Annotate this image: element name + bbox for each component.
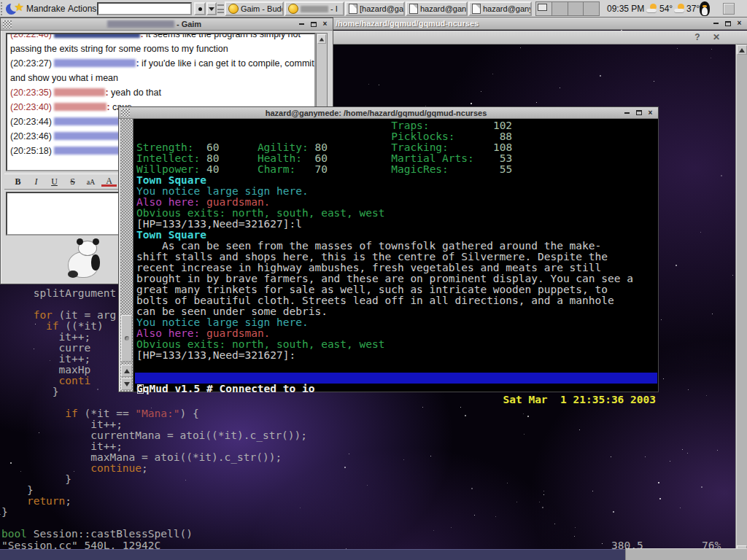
- terminal-text-line: [HP=133/133,Need=321627]:l: [136, 219, 633, 230]
- terminal-text-line: Also here: guardsman.: [136, 197, 633, 208]
- message-timestamp: (20:23:27): [10, 58, 54, 69]
- terminal-text-line: You notice large sign here.: [136, 186, 633, 197]
- terminal-scrollbar[interactable]: [120, 119, 133, 392]
- terminal-text-line: }: [1, 507, 307, 518]
- message-text: and show you what i mean: [10, 73, 118, 83]
- blurred-sender-name: [54, 103, 107, 111]
- terminal-text-line: continue;: [1, 463, 307, 474]
- scroll-up-icon[interactable]: [121, 365, 132, 377]
- terminal-text-line: Intellect: 80 Health: 60 Martial Arts: 5…: [136, 153, 633, 164]
- terminal-text-line: Picklocks: 88: [136, 131, 633, 142]
- gaim-close-button[interactable]: ×: [320, 20, 330, 28]
- terminal-text-line: bolts of beautiful cloth. Streets lead o…: [136, 295, 633, 306]
- terminal-text-line: Town Square: [136, 175, 633, 186]
- taskbar-button[interactable]: hazard@gany: [406, 1, 468, 16]
- format-bold-button[interactable]: B: [10, 175, 26, 188]
- bottom-panel-strip: [0, 549, 625, 560]
- format-color-button[interactable]: A: [101, 176, 117, 187]
- workspace-3[interactable]: [568, 2, 584, 15]
- gaim-minimize-button[interactable]: [297, 20, 306, 28]
- panel-clock[interactable]: 09:35 PM: [607, 4, 644, 14]
- scroll-down-icon[interactable]: [121, 378, 132, 390]
- message-timestamp: (20:23:44): [10, 117, 54, 127]
- editor-maximize-button[interactable]: [723, 19, 732, 28]
- editor-bottom-scroll-area[interactable]: [625, 548, 747, 560]
- terminal-text-line: it++;: [1, 441, 307, 452]
- terminal-titlebar[interactable]: hazard@ganymede: /home/hazard/gqmud/gqmu…: [119, 107, 658, 119]
- help-icon[interactable]: ?: [692, 32, 703, 43]
- menu-mandrake[interactable]: Mandrake: [26, 4, 65, 14]
- taskbar-button[interactable]: hazard@gany: [468, 1, 532, 16]
- gaim-titlebar[interactable]: - Gaim ×: [1, 18, 333, 31]
- chat-message: (20:23:35) : yeah do that: [10, 85, 311, 100]
- panel-grip[interactable]: [0, 1, 4, 16]
- editor-scrollbar[interactable]: [735, 44, 747, 556]
- terminal-text-line: Strength: 60 Agility: 80 Tracking: 108: [136, 142, 633, 153]
- task-label: hazard@gany: [483, 4, 532, 13]
- terminal-text-line: [HP=133/133,Need=321627]:: [136, 350, 633, 361]
- workspace-pager[interactable]: [535, 1, 600, 16]
- menu-actions[interactable]: Actions: [68, 4, 96, 14]
- terminal-text-line: currentMana = atoi((*it).c_str());: [1, 430, 307, 441]
- history-dropdown-button[interactable]: [206, 2, 217, 15]
- window-grip-icon: [121, 109, 130, 117]
- editor-close-button[interactable]: ×: [735, 19, 744, 28]
- tray-applet-icon[interactable]: [723, 3, 735, 15]
- taskbar-button[interactable]: - I: [285, 1, 344, 16]
- taskbar-button[interactable]: Gaim - Buddy: [225, 1, 284, 16]
- terminal-minimize-button[interactable]: [622, 109, 632, 117]
- terminal-maximize-button[interactable]: [634, 109, 643, 117]
- weather-icon[interactable]: [674, 4, 686, 13]
- scroll-up-icon[interactable]: [737, 45, 747, 55]
- tux-penguin-icon[interactable]: [698, 1, 711, 17]
- terminal-text-line: As can be seen from the masses of townsf…: [136, 241, 633, 252]
- gaim-icon: [288, 4, 298, 14]
- task-label: [hazard@gan: [360, 4, 405, 13]
- buddy-icon-panda: [66, 240, 101, 279]
- tasklist-icon[interactable]: [217, 4, 224, 13]
- editor-minimize-button[interactable]: [711, 19, 721, 28]
- workspace-1[interactable]: [536, 2, 552, 15]
- chat-message: (20:23:27) : if you'de like i can get it…: [10, 56, 311, 71]
- workspace-2[interactable]: [552, 2, 568, 15]
- terminal-text-line: You notice large sign here.: [136, 317, 633, 328]
- workspace-4[interactable]: [584, 2, 599, 15]
- window-icon: [472, 4, 481, 14]
- format-italic-button[interactable]: I: [28, 175, 44, 188]
- scroll-up-icon[interactable]: [317, 34, 326, 44]
- format-strike-button[interactable]: S: [65, 175, 80, 188]
- desktop: /home/hazard/gqmud/gqmud-ncurses × ? ✕ s…: [0, 0, 747, 560]
- blurred-sender-name: [54, 59, 136, 67]
- mandrake-logo-icon[interactable]: ★: [5, 1, 24, 16]
- weather-icon[interactable]: [646, 4, 658, 13]
- close-tool-icon[interactable]: ✕: [711, 32, 722, 43]
- terminal-text-line: [1, 518, 307, 529]
- task-label-suffix: - I: [330, 4, 338, 13]
- run-command-input[interactable]: [97, 2, 192, 15]
- scroll-thumb[interactable]: [121, 315, 132, 362]
- terminal-text-line: Town Square: [136, 230, 633, 241]
- blurred-sender-name: [54, 88, 105, 96]
- chat-message: passing the exits string for some rooms …: [10, 42, 311, 56]
- mud-status-bar: GqMud v1.5 # Connected to io Sat Mar 1 2…: [135, 373, 657, 384]
- run-button[interactable]: [194, 2, 206, 15]
- terminal-text-line: Traps: 102: [136, 120, 633, 131]
- terminal-text-line: Willpower: 40 Charm: 70 MagicRes: 55: [136, 164, 633, 175]
- terminal-window-title: hazard@ganymede: /home/hazard/gqmud/gqmu…: [130, 109, 622, 117]
- message-text: it seems like the program is simply not: [146, 33, 301, 39]
- mud-status-clock: Sat Mar 1 21:35:36 2003: [503, 394, 656, 405]
- terminal-close-button[interactable]: ×: [646, 109, 655, 117]
- top-panel: ★ Mandrake Actions Gaim - Buddy- I[hazar…: [0, 0, 747, 18]
- terminal-text-line: bool Session::castBlessSpell(): [1, 529, 307, 540]
- terminal-text-line: brought in by brave farmers, and these a…: [136, 273, 633, 284]
- gaim-maximize-button[interactable]: [309, 20, 318, 28]
- format-underline-button[interactable]: U: [47, 175, 62, 188]
- gaim-icon: [228, 4, 239, 14]
- taskbar-button[interactable]: [hazard@gan: [345, 1, 405, 16]
- mud-output: Traps: 102 Picklocks: 88Strength: 60 Agi…: [136, 120, 633, 361]
- format-size-button[interactable]: aA: [83, 175, 98, 188]
- terminal-text-line: Also here: guardsman.: [136, 328, 633, 339]
- mud-status-left: GqMud v1.5 # Connected to io: [136, 384, 314, 394]
- task-label: hazard@gany: [420, 4, 468, 13]
- terminal-text-line: return;: [1, 496, 307, 507]
